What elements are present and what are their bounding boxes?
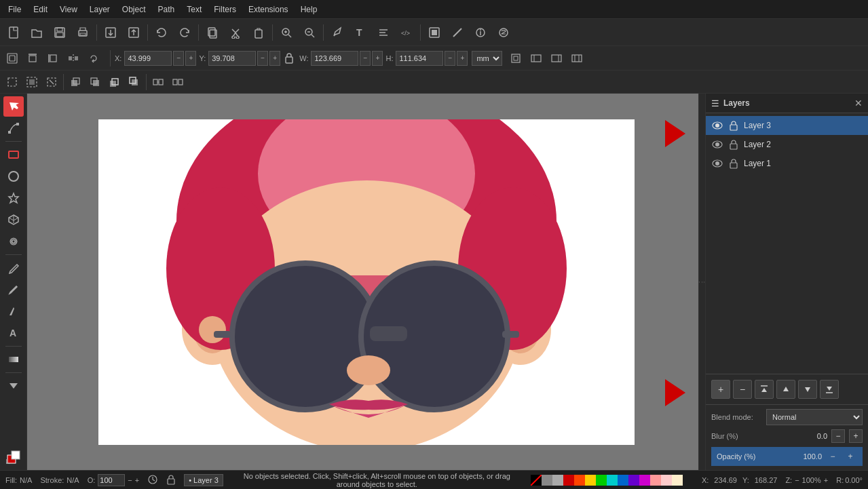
spiral-tool[interactable]: [3, 231, 24, 252]
transform-btn4[interactable]: [567, 49, 586, 68]
lower-step[interactable]: [125, 73, 144, 92]
layer-1-visibility[interactable]: [711, 157, 723, 170]
layer-item-1[interactable]: Layer 1: [706, 154, 868, 173]
transform-btn3[interactable]: [547, 49, 566, 68]
deselect[interactable]: [42, 73, 61, 92]
zoom-increment[interactable]: +: [824, 476, 828, 484]
align-left[interactable]: [43, 49, 62, 68]
raise-layer[interactable]: [66, 73, 85, 92]
layer-2-visibility[interactable]: [711, 138, 723, 151]
x-increment[interactable]: +: [185, 51, 196, 66]
menu-path[interactable]: Path: [153, 3, 181, 16]
blue-color[interactable]: [618, 475, 628, 486]
y-decrement[interactable]: −: [257, 51, 268, 66]
lower-layer[interactable]: [86, 73, 105, 92]
select-same-fill[interactable]: [22, 73, 41, 92]
h-decrement[interactable]: −: [445, 51, 455, 66]
pencil-tool[interactable]: [3, 279, 24, 300]
rotate-flip[interactable]: [84, 49, 103, 68]
align-top[interactable]: [23, 49, 42, 68]
layer-to-top-button[interactable]: [755, 380, 774, 399]
transform-btn1[interactable]: [506, 49, 525, 68]
zoom-decrement[interactable]: −: [795, 476, 799, 484]
text-tool[interactable]: A: [3, 323, 24, 343]
transform-btn2[interactable]: [527, 49, 546, 68]
opacity-decrement[interactable]: −: [826, 450, 839, 463]
cream-color[interactable]: [672, 475, 683, 486]
menu-layer[interactable]: Layer: [84, 3, 115, 16]
node-tool[interactable]: [3, 118, 24, 138]
layer-3-lock[interactable]: [728, 119, 740, 132]
gray-color[interactable]: [542, 475, 552, 486]
layer-to-bottom-button[interactable]: [820, 380, 839, 399]
star-tool[interactable]: [3, 188, 24, 208]
object-properties-button[interactable]: [470, 22, 491, 43]
canvas-area[interactable]: ⋮: [27, 94, 705, 470]
zoom-out-button[interactable]: [299, 22, 320, 43]
layer-down-button[interactable]: [798, 380, 817, 399]
stroke-button[interactable]: [447, 22, 468, 43]
zoom-in-button[interactable]: [276, 22, 297, 43]
red-color[interactable]: [563, 475, 574, 486]
current-layer-indicator[interactable]: • Layer 3: [184, 474, 223, 486]
purple-color[interactable]: [628, 475, 639, 486]
w-input[interactable]: [311, 51, 358, 66]
menu-help[interactable]: Help: [295, 3, 323, 16]
layers-close-button[interactable]: ✕: [854, 98, 863, 109]
align-distribute[interactable]: [64, 49, 83, 68]
align-button[interactable]: [373, 22, 394, 43]
y-increment[interactable]: +: [269, 51, 280, 66]
light-pink-color[interactable]: [661, 475, 672, 486]
copy-button[interactable]: [202, 22, 223, 43]
paste-button[interactable]: [248, 22, 269, 43]
menu-filters[interactable]: Filters: [208, 3, 242, 16]
menu-edit[interactable]: Edit: [28, 3, 53, 16]
menu-extensions[interactable]: Extensions: [243, 3, 294, 16]
blend-mode-select[interactable]: Normal Multiply Screen Overlay: [766, 409, 863, 425]
group[interactable]: [149, 73, 168, 92]
green-color[interactable]: [596, 475, 607, 486]
lock-proportions[interactable]: [282, 51, 297, 66]
gradient-tool[interactable]: [3, 349, 24, 370]
opacity-status-input[interactable]: [98, 474, 125, 486]
expand-bottom[interactable]: [3, 376, 24, 396]
layer-2-lock[interactable]: [728, 138, 740, 151]
unit-selector[interactable]: mm px cm in: [472, 51, 502, 66]
raise-step[interactable]: [105, 73, 124, 92]
new-button[interactable]: [3, 22, 24, 43]
drawing-canvas[interactable]: [98, 119, 635, 445]
snap-toggle[interactable]: [3, 49, 22, 68]
menu-object[interactable]: Object: [117, 3, 151, 16]
magenta-color[interactable]: [639, 475, 650, 486]
menu-view[interactable]: View: [54, 3, 83, 16]
opacity-increment[interactable]: +: [844, 450, 857, 463]
rect-tool[interactable]: [3, 144, 24, 165]
menu-text[interactable]: Text: [181, 3, 207, 16]
export-button[interactable]: [123, 22, 145, 43]
panel-drag-handle[interactable]: ⋮: [698, 94, 705, 470]
undo-button[interactable]: [151, 22, 172, 43]
pen-button[interactable]: [326, 22, 348, 43]
layer-1-lock[interactable]: [728, 157, 740, 170]
w-increment[interactable]: +: [372, 51, 383, 66]
open-button[interactable]: [26, 22, 48, 43]
layer-up-button[interactable]: [776, 380, 795, 399]
ungroup[interactable]: [168, 73, 187, 92]
remove-layer-button[interactable]: −: [733, 380, 752, 399]
save-button[interactable]: [49, 22, 71, 43]
light-gray-color[interactable]: [552, 475, 563, 486]
menu-file[interactable]: File: [3, 3, 26, 16]
opacity-dec[interactable]: −: [128, 476, 132, 484]
3d-tool[interactable]: [3, 210, 24, 230]
orange-red-color[interactable]: [574, 475, 585, 486]
add-layer-button[interactable]: +: [711, 380, 730, 399]
blur-decrement[interactable]: −: [831, 429, 845, 443]
x-input[interactable]: [124, 51, 172, 66]
opacity-inc[interactable]: +: [135, 476, 139, 484]
gradient-palette[interactable]: [542, 475, 691, 486]
x-decrement[interactable]: −: [173, 51, 184, 66]
layer-3-visibility[interactable]: [711, 119, 723, 132]
color-indicator[interactable]: [3, 447, 24, 467]
color-palette-strip[interactable]: [531, 475, 691, 486]
blur-increment[interactable]: +: [849, 429, 863, 443]
